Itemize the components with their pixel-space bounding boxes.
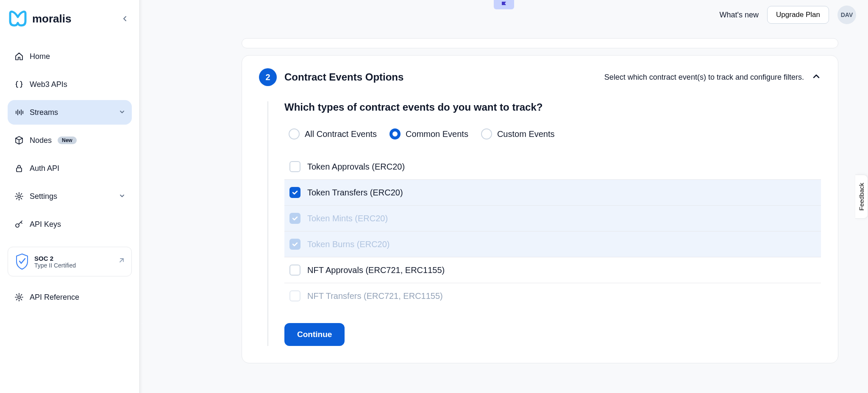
cube-icon [14,136,24,145]
sidebar-item-label: Web3 APIs [30,80,67,89]
sidebar-item-home[interactable]: Home [8,44,132,69]
checkbox-label: Token Mints (ERC20) [307,214,388,223]
card-header: 2 Contract Events Options Select which c… [259,68,821,86]
checkbox-indicator [289,239,300,250]
step-number: 2 [259,68,277,86]
previous-step-card [242,38,838,48]
sidebar-item-nodes[interactable]: Nodes New [8,128,132,153]
svg-point-3 [18,296,20,298]
checkbox-indicator [289,213,300,224]
checkbox-indicator [289,187,300,198]
sidebar-item-api-reference[interactable]: API Reference [8,287,132,308]
checkbox-indicator [289,290,300,301]
svg-point-1 [18,195,20,198]
sidebar-item-api-keys[interactable]: API Keys [8,212,132,237]
main: What's new Upgrade Plan DAV 2 Contract E… [140,0,868,393]
soc2-text: SOC 2 Type II Certified [34,255,76,269]
radio-indicator [389,128,401,139]
radio-indicator [289,128,300,139]
sidebar-item-auth-api[interactable]: Auth API [8,156,132,181]
radio-indicator [481,128,492,139]
checkbox-token-mints-erc20: Token Mints (ERC20) [284,206,821,231]
checkbox-label: Token Burns (ERC20) [307,240,390,249]
checkbox-nft-approvals[interactable]: NFT Approvals (ERC721, ERC1155) [284,257,821,283]
gear-icon [14,293,24,302]
soc2-card[interactable]: SOC 2 Type II Certified [8,247,132,276]
streams-icon [14,108,24,117]
flag-icon [500,1,508,8]
radio-label: Common Events [406,129,468,139]
check-icon [292,241,298,248]
flag-badge[interactable] [494,0,514,9]
card-title: Contract Events Options [284,71,403,83]
key-icon [14,220,24,229]
whats-new-link[interactable]: What's new [720,11,759,20]
sidebar-item-settings[interactable]: Settings [8,184,132,209]
external-link-icon [118,257,125,266]
sidebar-item-web3-apis[interactable]: Web3 APIs [8,72,132,97]
chevron-down-icon [119,192,125,201]
sidebar-collapse-button[interactable] [118,12,132,25]
check-icon [292,189,298,196]
contract-events-card: 2 Contract Events Options Select which c… [242,55,838,363]
soc2-title: SOC 2 [34,255,76,262]
card-body: Which types of contract events do you wa… [267,101,821,346]
lock-icon [14,164,24,173]
checkbox-token-transfers-erc20[interactable]: Token Transfers (ERC20) [284,180,821,206]
radio-label: Custom Events [497,129,555,139]
collapse-card-button[interactable] [812,72,821,83]
radio-common-events[interactable]: Common Events [389,128,468,139]
checkbox-token-burns-erc20: Token Burns (ERC20) [284,231,821,257]
brand-text: moralis [32,12,72,25]
chevron-up-icon [812,72,821,81]
card-description: Select which contract event(s) to track … [604,73,804,82]
radio-custom-events[interactable]: Custom Events [481,128,555,139]
check-icon [292,215,298,222]
soc2-subtitle: Type II Certified [34,262,76,269]
content: 2 Contract Events Options Select which c… [140,30,868,393]
checkbox-label: NFT Transfers (ERC721, ERC1155) [307,291,443,301]
checkbox-label: NFT Approvals (ERC721, ERC1155) [307,265,445,275]
radio-all-contract-events[interactable]: All Contract Events [289,128,377,139]
upgrade-plan-button[interactable]: Upgrade Plan [767,6,829,24]
sidebar-item-label: Auth API [30,164,59,173]
logo-row: moralis [8,10,132,27]
checkbox-token-approvals-erc20[interactable]: Token Approvals (ERC20) [284,154,821,180]
feedback-tab[interactable]: Feedback [855,175,868,219]
logo[interactable]: moralis [8,10,72,27]
sidebar-item-label: Home [30,52,50,61]
sidebar-item-streams[interactable]: Streams [8,100,132,125]
sidebar-item-label: Nodes [30,136,52,145]
question-heading: Which types of contract events do you wa… [277,101,821,113]
chevron-left-icon [122,15,128,22]
braces-icon [14,80,24,89]
checkbox-label: Token Transfers (ERC20) [307,188,403,198]
sidebar-item-label: Streams [30,108,58,117]
shield-check-icon [15,253,29,270]
avatar[interactable]: DAV [837,6,856,24]
checkbox-nft-transfers[interactable]: NFT Transfers (ERC721, ERC1155) [284,283,821,309]
continue-button[interactable]: Continue [284,323,345,346]
gear-icon [14,192,24,201]
event-type-radio-group: All Contract Events Common Events Custom… [284,128,821,139]
svg-rect-0 [17,168,22,172]
radio-label: All Contract Events [305,129,377,139]
new-badge: New [58,137,77,144]
home-icon [14,52,24,61]
event-checkbox-list: Token Approvals (ERC20) Token Transfers … [284,154,821,309]
sidebar-item-label: API Keys [30,220,61,229]
sidebar-item-label: Settings [30,192,57,201]
chevron-down-icon [119,108,125,117]
checkbox-indicator [289,161,300,172]
moralis-logo-icon [8,10,28,27]
checkbox-indicator [289,265,300,276]
checkbox-label: Token Approvals (ERC20) [307,162,405,172]
api-reference-label: API Reference [30,293,79,302]
sidebar: moralis Home Web3 APIs Streams Nodes New [0,0,140,393]
